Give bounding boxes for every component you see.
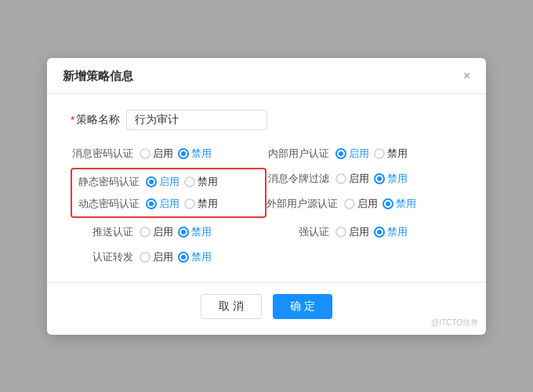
- option-external-user-auth: 外部用户源认证 启用 禁用: [266, 191, 462, 216]
- external-user-auth-enable[interactable]: 启用: [344, 197, 378, 211]
- token-filter-radio-group: 启用 禁用: [335, 172, 408, 186]
- highlighted-options-box: 静态密码认证 启用 禁用: [71, 168, 266, 218]
- push-auth-disable-radio[interactable]: [178, 227, 189, 238]
- close-button[interactable]: ×: [463, 70, 470, 82]
- empty-cell: [266, 245, 462, 270]
- modal-header: 新增策略信息 ×: [47, 58, 486, 94]
- auth-forward-enable-label: 启用: [153, 250, 173, 264]
- external-user-auth-label: 外部用户源认证: [266, 197, 338, 211]
- internal-user-auth-disable[interactable]: 禁用: [374, 147, 408, 161]
- push-auth-enable-label: 启用: [153, 225, 173, 239]
- static-pwd-auth-radio-group: 启用 禁用: [146, 175, 218, 189]
- dynamic-pwd-auth-disable-label: 禁用: [198, 197, 218, 211]
- internal-user-auth-enable-label: 启用: [349, 147, 369, 161]
- push-auth-disable-label: 禁用: [191, 225, 212, 239]
- auth-forward-label: 认证转发: [71, 250, 133, 264]
- msg-auth-enable-radio[interactable]: [140, 148, 150, 159]
- token-filter-enable-label: 启用: [349, 172, 369, 186]
- modal-title: 新增策略信息: [63, 69, 133, 84]
- push-auth-radio-group: 启用 禁用: [140, 225, 212, 239]
- strong-auth-disable[interactable]: 禁用: [374, 225, 408, 239]
- auth-forward-enable[interactable]: 启用: [140, 250, 173, 264]
- confirm-button[interactable]: 确 定: [273, 294, 332, 319]
- modal-overlay: 新增策略信息 × * 策略名称 消息密码认证 启用: [0, 0, 533, 392]
- option-internal-user-auth: 内部用户认证 启用 禁用: [266, 141, 462, 166]
- msg-auth-enable[interactable]: 启用: [140, 147, 173, 161]
- dynamic-pwd-auth-enable[interactable]: 启用: [146, 197, 179, 211]
- dynamic-pwd-auth-radio-group: 启用 禁用: [146, 197, 218, 211]
- msg-auth-disable[interactable]: 禁用: [178, 147, 212, 161]
- msg-auth-radio-group: 启用 禁用: [140, 147, 212, 161]
- option-push-auth: 推送认证 启用 禁用: [71, 220, 266, 245]
- push-auth-label: 推送认证: [71, 225, 133, 239]
- token-filter-enable[interactable]: 启用: [335, 172, 369, 186]
- option-static-pwd-auth: 静态密码认证 启用 禁用: [77, 171, 260, 193]
- strategy-name-input[interactable]: [126, 110, 267, 130]
- external-user-auth-disable[interactable]: 禁用: [383, 197, 416, 211]
- strategy-name-row: * 策略名称: [71, 110, 462, 130]
- auth-forward-disable-label: 禁用: [191, 250, 212, 264]
- token-filter-disable-radio[interactable]: [374, 173, 385, 184]
- auth-forward-radio-group: 启用 禁用: [140, 250, 212, 264]
- strong-auth-label: 强认证: [266, 225, 329, 239]
- strong-auth-radio-group: 启用 禁用: [335, 225, 408, 239]
- strong-auth-enable-label: 启用: [349, 225, 369, 239]
- msg-auth-label: 消息密码认证: [71, 147, 133, 161]
- auth-forward-enable-radio[interactable]: [140, 252, 150, 263]
- internal-user-auth-radio-group: 启用 禁用: [335, 147, 408, 161]
- dynamic-pwd-auth-disable-radio[interactable]: [184, 198, 195, 209]
- watermark: @ITCTO培养: [431, 318, 478, 328]
- strategy-name-label: 策略名称: [76, 113, 120, 127]
- external-user-auth-disable-radio[interactable]: [383, 198, 393, 209]
- push-auth-enable[interactable]: 启用: [140, 225, 173, 239]
- token-filter-disable-label: 禁用: [387, 172, 408, 186]
- strong-auth-enable[interactable]: 启用: [335, 225, 369, 239]
- static-pwd-auth-enable-radio[interactable]: [146, 176, 157, 187]
- auth-forward-disable[interactable]: 禁用: [178, 250, 212, 264]
- internal-user-auth-disable-radio[interactable]: [374, 148, 385, 159]
- push-auth-disable[interactable]: 禁用: [178, 225, 212, 239]
- auth-forward-disable-radio[interactable]: [178, 252, 189, 263]
- option-auth-forward: 认证转发 启用 禁用: [71, 245, 266, 270]
- static-pwd-auth-disable[interactable]: 禁用: [184, 175, 218, 189]
- dynamic-pwd-auth-disable[interactable]: 禁用: [184, 197, 218, 211]
- static-pwd-auth-disable-radio[interactable]: [184, 176, 195, 187]
- option-strong-auth: 强认证 启用 禁用: [266, 220, 462, 245]
- option-msg-auth: 消息密码认证 启用 禁用: [71, 141, 266, 166]
- internal-user-auth-disable-label: 禁用: [387, 147, 408, 161]
- static-pwd-auth-enable-label: 启用: [159, 175, 179, 189]
- static-pwd-auth-label: 静态密码认证: [77, 175, 140, 189]
- modal-dialog: 新增策略信息 × * 策略名称 消息密码认证 启用: [47, 58, 486, 335]
- token-filter-enable-radio[interactable]: [335, 173, 346, 184]
- external-user-auth-enable-label: 启用: [357, 197, 378, 211]
- push-auth-enable-radio[interactable]: [140, 227, 150, 238]
- cancel-button[interactable]: 取 消: [201, 294, 262, 319]
- static-pwd-auth-disable-label: 禁用: [198, 175, 218, 189]
- external-user-auth-disable-label: 禁用: [396, 197, 416, 211]
- option-dynamic-pwd-auth: 动态密码认证 启用 禁用: [77, 193, 260, 215]
- internal-user-auth-label: 内部用户认证: [266, 147, 329, 161]
- external-user-auth-enable-radio[interactable]: [344, 198, 355, 209]
- dynamic-pwd-auth-enable-label: 启用: [159, 197, 179, 211]
- msg-auth-disable-radio[interactable]: [178, 148, 189, 159]
- modal-footer: 取 消 确 定: [47, 282, 486, 335]
- static-pwd-auth-enable[interactable]: 启用: [146, 175, 179, 189]
- internal-user-auth-enable-radio[interactable]: [335, 148, 346, 159]
- dynamic-pwd-auth-enable-radio[interactable]: [146, 198, 157, 209]
- right-col-rows-2-3: 消息令牌过滤 启用 禁用: [266, 166, 462, 220]
- msg-auth-disable-label: 禁用: [191, 147, 212, 161]
- msg-auth-enable-label: 启用: [153, 147, 173, 161]
- strong-auth-disable-label: 禁用: [387, 225, 408, 239]
- options-grid: 消息密码认证 启用 禁用 内部用户认证: [71, 141, 462, 270]
- required-star: *: [71, 114, 74, 126]
- option-token-filter: 消息令牌过滤 启用 禁用: [266, 166, 462, 191]
- dynamic-pwd-auth-label: 动态密码认证: [77, 197, 140, 211]
- strong-auth-disable-radio[interactable]: [374, 227, 385, 238]
- token-filter-label: 消息令牌过滤: [266, 172, 329, 186]
- token-filter-disable[interactable]: 禁用: [374, 172, 408, 186]
- strong-auth-enable-radio[interactable]: [335, 227, 346, 238]
- external-user-auth-radio-group: 启用 禁用: [344, 197, 416, 211]
- internal-user-auth-enable[interactable]: 启用: [335, 147, 369, 161]
- modal-body: * 策略名称 消息密码认证 启用 禁用: [47, 94, 486, 278]
